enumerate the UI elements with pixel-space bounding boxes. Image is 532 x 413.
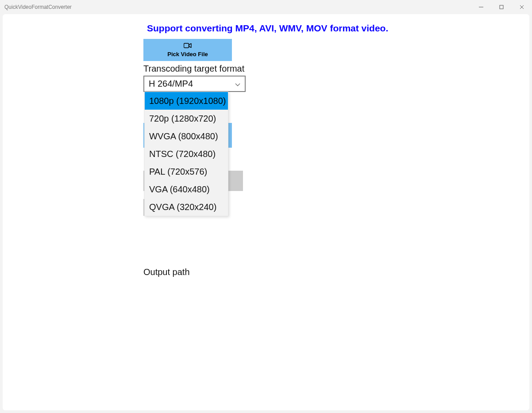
target-format-combo[interactable]: H 264/MP4: [143, 76, 246, 92]
profile-option[interactable]: 720p (1280x720): [145, 110, 228, 127]
titlebar: QuickVideoFormatConverter: [0, 0, 532, 14]
target-format-value: H 264/MP4: [149, 79, 193, 89]
window-controls: [471, 0, 532, 14]
pick-video-button[interactable]: Pick Video File: [143, 39, 232, 61]
svg-rect-1: [500, 5, 503, 9]
profile-option[interactable]: VGA (640x480): [145, 180, 228, 198]
output-path-label: Output path: [143, 267, 529, 277]
profile-option[interactable]: QVGA (320x240): [145, 198, 228, 216]
close-button[interactable]: [512, 0, 532, 14]
target-format-label: Transcoding target format: [143, 64, 529, 74]
window-title: QuickVideoFormatConverter: [4, 4, 471, 10]
profile-option[interactable]: WVGA (800x480): [145, 127, 228, 145]
profile-option[interactable]: PAL (720x576): [145, 163, 228, 180]
headline: Support converting MP4, AVI, WMV, MOV fo…: [147, 23, 529, 34]
pick-video-label: Pick Video File: [167, 51, 208, 57]
chevron-down-icon: [235, 79, 240, 89]
content: Support converting MP4, AVI, WMV, MOV fo…: [3, 14, 529, 410]
video-camera-icon: [184, 42, 192, 50]
profile-dropdown[interactable]: 1080p (1920x1080)720p (1280x720)WVGA (80…: [144, 92, 228, 216]
minimize-button[interactable]: [471, 0, 491, 14]
svg-rect-4: [184, 43, 189, 48]
profile-option[interactable]: NTSC (720x480): [145, 145, 228, 163]
profile-option[interactable]: 1080p (1920x1080): [145, 92, 228, 110]
app-frame: Support converting MP4, AVI, WMV, MOV fo…: [3, 14, 529, 410]
maximize-button[interactable]: [491, 0, 512, 14]
